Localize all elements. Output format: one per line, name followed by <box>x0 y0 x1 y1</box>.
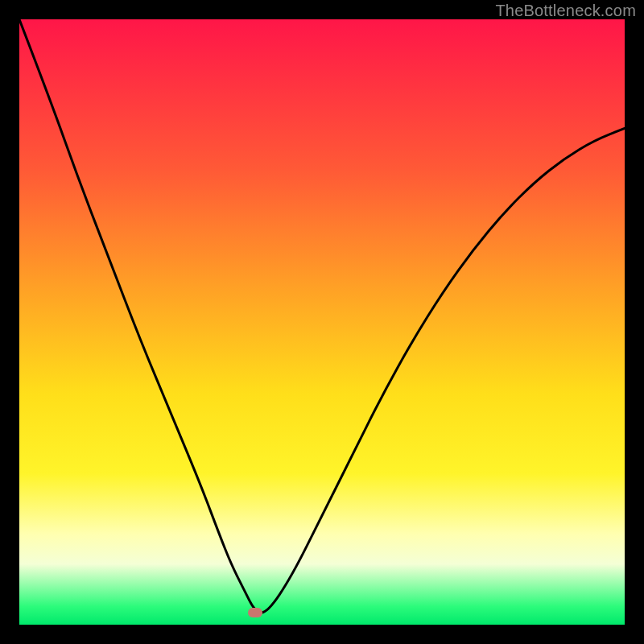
chart-frame: TheBottleneck.com <box>0 0 644 644</box>
watermark-text: TheBottleneck.com <box>495 2 636 20</box>
plot-area <box>19 19 625 625</box>
bottleneck-marker <box>248 608 262 617</box>
bottleneck-curve <box>19 19 625 625</box>
